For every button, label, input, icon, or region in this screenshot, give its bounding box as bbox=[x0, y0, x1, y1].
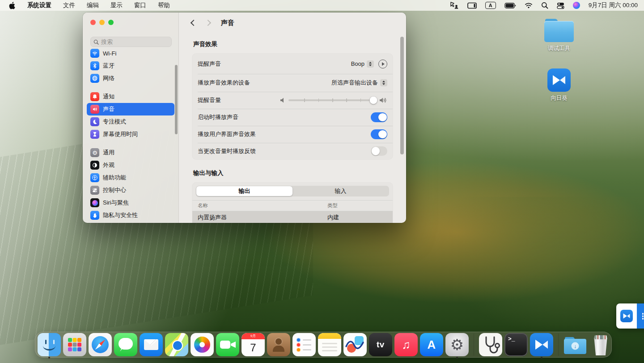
sunlogin-icon bbox=[530, 333, 553, 356]
gear-icon: ⚙ bbox=[90, 148, 99, 157]
menu-file[interactable]: 文件 bbox=[63, 1, 75, 9]
speaker-icon bbox=[90, 105, 99, 114]
sunlogin-corner-widget[interactable] bbox=[616, 303, 644, 329]
close-button[interactable] bbox=[90, 20, 96, 25]
dock-reminders[interactable] bbox=[292, 333, 316, 356]
dock-freeform[interactable] bbox=[343, 333, 367, 356]
volume-feedback-toggle[interactable] bbox=[371, 146, 387, 156]
dock-trash[interactable] bbox=[589, 333, 612, 356]
desktop-icon-sunlogin[interactable]: 向日葵 bbox=[534, 68, 584, 102]
dock-messages[interactable] bbox=[114, 333, 137, 356]
wifi-icon bbox=[90, 49, 99, 58]
dock-diagnostics[interactable] bbox=[479, 333, 502, 356]
effects-device-popup[interactable]: 所选声音输出设备 bbox=[331, 79, 387, 87]
minimize-button[interactable] bbox=[99, 20, 105, 25]
desktop-icon-debug-tools[interactable]: 调试工具 bbox=[534, 19, 584, 52]
dock-terminal[interactable]: >_ bbox=[504, 333, 528, 356]
toggle-label: 启动时播放声音 bbox=[198, 113, 238, 121]
sidebar-item-focus[interactable]: 专注模式 bbox=[87, 115, 174, 128]
terminal-icon: >_ bbox=[504, 333, 528, 356]
sidebar-scrollbar[interactable] bbox=[175, 65, 178, 134]
device-row-built-in-speaker[interactable]: 内置扬声器 内建 bbox=[192, 211, 393, 223]
dock-maps[interactable] bbox=[165, 333, 188, 356]
menu-view[interactable]: 显示 bbox=[110, 1, 123, 9]
search-input[interactable] bbox=[101, 38, 159, 45]
alert-volume-slider[interactable] bbox=[280, 97, 387, 103]
launchpad-icon bbox=[63, 333, 86, 356]
hand-icon bbox=[90, 211, 99, 220]
dock-downloads[interactable]: ↓ bbox=[564, 333, 587, 356]
dock-settings[interactable]: ⚙ bbox=[445, 333, 469, 356]
page-title: 声音 bbox=[221, 19, 234, 27]
alert-sound-row: 提醒声音 Boop bbox=[192, 54, 393, 74]
apple-menu-icon[interactable] bbox=[9, 2, 16, 9]
dock-contacts[interactable] bbox=[267, 333, 290, 356]
main-scrollbar[interactable] bbox=[400, 37, 404, 154]
tab-output[interactable]: 输出 bbox=[196, 186, 292, 196]
slider-thumb[interactable] bbox=[370, 97, 377, 104]
menu-app-name[interactable]: 系统设置 bbox=[27, 1, 51, 9]
menu-edit[interactable]: 编辑 bbox=[87, 1, 99, 9]
dock-photos[interactable] bbox=[191, 333, 214, 356]
sidebar-item-label: 蓝牙 bbox=[103, 62, 114, 70]
tv-glyph: tv bbox=[377, 340, 385, 350]
sidebar-item-control-center[interactable]: 控制中心 bbox=[87, 184, 174, 196]
system-settings-window: Wi-Fi 蓝牙 网络 通知 bbox=[83, 13, 406, 223]
sidebar-item-siri[interactable]: Siri与聚焦 bbox=[87, 196, 174, 209]
sidebar-item-label: 辅助功能 bbox=[103, 174, 126, 182]
messages-icon bbox=[114, 333, 137, 356]
sidebar-item-appearance[interactable]: 外观 bbox=[87, 159, 174, 171]
spotlight-icon[interactable] bbox=[541, 2, 548, 9]
settings-sidebar: Wi-Fi 蓝牙 网络 通知 bbox=[83, 13, 179, 223]
sidebar-item-screen-time[interactable]: 屏幕使用时间 bbox=[87, 128, 174, 141]
section-title-output-input: 输出与输入 bbox=[193, 169, 393, 177]
sidebar-item-privacy[interactable]: 隐私与安全性 bbox=[87, 209, 174, 222]
dock-facetime[interactable] bbox=[216, 333, 239, 356]
dock-appstore[interactable]: A bbox=[420, 333, 443, 356]
dock-calendar[interactable]: 9月7 bbox=[242, 333, 265, 356]
ui-sounds-toggle[interactable] bbox=[371, 129, 387, 139]
sidebar-item-sound[interactable]: 声音 bbox=[87, 103, 174, 115]
wifi-icon[interactable] bbox=[525, 2, 533, 9]
siri-icon[interactable] bbox=[573, 2, 580, 9]
search-icon bbox=[93, 39, 99, 45]
screen-sharing-icon[interactable] bbox=[450, 2, 459, 9]
play-sound-button[interactable] bbox=[378, 60, 387, 68]
sidebar-item-network[interactable]: 网络 bbox=[87, 72, 174, 85]
sidebar-search[interactable] bbox=[90, 37, 172, 47]
sidebar-item-wifi[interactable]: Wi-Fi bbox=[87, 48, 174, 60]
menu-window[interactable]: 窗口 bbox=[134, 1, 146, 9]
dock-safari[interactable] bbox=[89, 333, 112, 356]
sidebar-item-general[interactable]: ⚙ 通用 bbox=[87, 146, 174, 159]
gear-glyph: ⚙ bbox=[450, 337, 464, 352]
dock-launchpad[interactable] bbox=[63, 333, 86, 356]
menu-bar-clock[interactable]: 9月7日 周六 00:00 bbox=[589, 1, 638, 9]
dock-sunlogin[interactable] bbox=[530, 333, 553, 356]
battery-icon[interactable] bbox=[504, 3, 516, 9]
forward-icon[interactable] bbox=[205, 20, 211, 26]
alert-sound-popup[interactable]: Boop bbox=[351, 60, 374, 68]
input-source-icon[interactable]: A bbox=[485, 2, 496, 9]
dock-finder[interactable] bbox=[38, 333, 61, 356]
freeform-icon bbox=[343, 333, 367, 356]
alert-sound-label: 提醒声音 bbox=[198, 60, 221, 68]
sidebar-item-bluetooth[interactable]: 蓝牙 bbox=[87, 60, 174, 72]
display-icon[interactable] bbox=[467, 2, 477, 9]
slider-track[interactable] bbox=[288, 99, 376, 101]
menu-help[interactable]: 帮助 bbox=[158, 1, 170, 9]
back-icon[interactable] bbox=[191, 20, 197, 26]
dock-appletv[interactable]: tv bbox=[369, 333, 392, 356]
widget-menu-strip[interactable] bbox=[637, 303, 644, 329]
dock-mail[interactable] bbox=[140, 333, 163, 356]
tab-input[interactable]: 输入 bbox=[292, 186, 389, 196]
sidebar-item-accessibility[interactable]: 辅助功能 bbox=[87, 171, 174, 184]
device-name: 内置扬声器 bbox=[198, 214, 327, 222]
dock-notes[interactable] bbox=[318, 333, 341, 356]
startup-sound-toggle[interactable] bbox=[371, 112, 387, 122]
speaker-min-icon bbox=[280, 98, 285, 103]
sidebar-item-notifications[interactable]: 通知 bbox=[87, 90, 174, 103]
control-center-icon[interactable] bbox=[557, 2, 564, 9]
sunlogin-widget-icon[interactable] bbox=[620, 310, 633, 322]
dock-music[interactable]: ♫ bbox=[394, 333, 418, 356]
zoom-button[interactable] bbox=[108, 20, 114, 25]
